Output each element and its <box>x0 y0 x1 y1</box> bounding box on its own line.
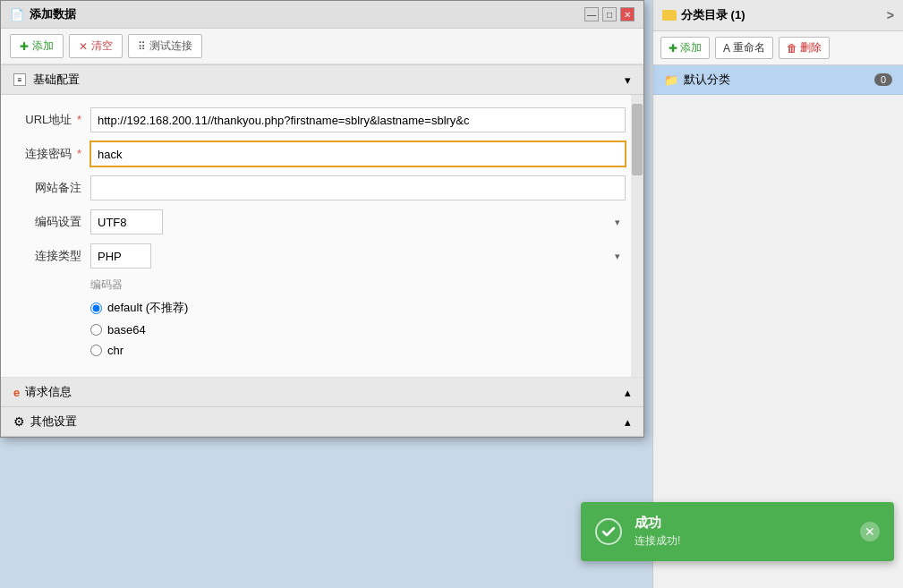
test-icon: ⠿ <box>138 40 146 53</box>
rp-rename-button[interactable]: A 重命名 <box>715 37 773 59</box>
folder-icon <box>662 10 677 21</box>
encoder-base64-row: base64 <box>19 323 626 337</box>
encoder-section-label: 编码器 <box>19 277 626 293</box>
basic-config-title: 基础配置 <box>33 72 80 88</box>
category-item-default[interactable]: 📁 默认分类 0 <box>653 65 903 95</box>
dialog-title-text: 添加数据 <box>30 6 76 22</box>
encoder-default-row: default (不推荐) <box>19 300 626 316</box>
encoder-default-label: default (不推荐) <box>107 300 188 316</box>
category-folder-icon: 📁 <box>664 73 678 87</box>
other-section-chevron-icon <box>625 415 631 429</box>
request-e-icon: e <box>13 386 20 399</box>
section-header-left: ≡ 基础配置 <box>13 72 80 88</box>
note-row: 网站备注 <box>19 175 626 200</box>
connection-type-label: 连接类型 <box>19 248 90 264</box>
encoder-chr-row: chr <box>19 344 626 357</box>
scrollbar-track[interactable] <box>631 95 643 377</box>
rp-delete-label: 删除 <box>800 40 822 55</box>
encoding-select-wrapper: UTF8 GBK GB2312 BIG5 ▾ <box>90 209 626 234</box>
clear-label: 清空 <box>91 38 113 54</box>
category-name: 默认分类 <box>684 72 730 88</box>
right-panel-header-left: 分类目录 (1) <box>662 7 745 23</box>
encoder-section: 编码器 default (不推荐) base64 chr <box>19 277 626 357</box>
basic-config-body: URL地址 * 连接密码 * 网站备注 编码设置 <box>1 95 643 378</box>
toast-check-icon <box>595 518 622 545</box>
toast-subtitle: 连接成功! <box>635 533 851 549</box>
test-connection-button[interactable]: ⠿ 测试连接 <box>128 34 202 58</box>
encoding-select[interactable]: UTF8 GBK GB2312 BIG5 <box>90 209 163 234</box>
dialog-toolbar: ✚ 添加 ✕ 清空 ⠿ 测试连接 <box>1 29 643 64</box>
dialog-title-icon: 📄 <box>10 8 24 21</box>
clear-toolbar-button[interactable]: ✕ 清空 <box>69 34 123 58</box>
rp-add-label: 添加 <box>680 40 702 55</box>
request-info-section-header[interactable]: e 请求信息 <box>1 378 643 407</box>
basic-config-chevron-icon <box>625 73 631 87</box>
clear-x-icon: ✕ <box>79 40 88 53</box>
rp-delete-icon: 🗑 <box>787 42 797 55</box>
add-toolbar-button[interactable]: ✚ 添加 <box>10 34 64 58</box>
encoder-base64-radio[interactable] <box>90 324 102 336</box>
password-input[interactable] <box>90 141 626 166</box>
password-required-star: * <box>77 147 81 160</box>
type-select-arrow-icon: ▾ <box>615 251 620 262</box>
add-plus-icon: ✚ <box>20 40 29 53</box>
encoding-row: 编码设置 UTF8 GBK GB2312 BIG5 ▾ <box>19 209 626 234</box>
right-panel-header: 分类目录 (1) > <box>653 0 903 31</box>
request-section-chevron-icon <box>625 386 631 399</box>
rp-add-button[interactable]: ✚ 添加 <box>660 37 710 59</box>
dialog-controls: — □ ✕ <box>584 7 635 21</box>
right-panel-title: 分类目录 (1) <box>681 7 745 23</box>
other-section-header-left: ⚙ 其他设置 <box>13 413 77 430</box>
scrollbar-thumb[interactable] <box>632 104 643 175</box>
right-panel-arrow-icon[interactable]: > <box>887 8 894 22</box>
url-label: URL地址 * <box>19 112 90 128</box>
other-settings-section-header[interactable]: ⚙ 其他设置 <box>1 407 643 437</box>
type-select-wrapper: PHP ASP JSP ASPX ▾ <box>90 243 626 268</box>
type-select[interactable]: PHP ASP JSP ASPX <box>90 243 151 268</box>
minimize-button[interactable]: — <box>584 7 599 21</box>
note-input[interactable] <box>90 175 626 200</box>
toast-title: 成功 <box>635 515 851 532</box>
category-badge: 0 <box>874 73 892 86</box>
encoding-label: 编码设置 <box>19 214 90 230</box>
dialog-title-left: 📄 添加数据 <box>10 6 76 22</box>
encoder-chr-label: chr <box>107 344 124 357</box>
close-button[interactable]: ✕ <box>620 7 635 21</box>
connection-type-row: 连接类型 PHP ASP JSP ASPX ▾ <box>19 243 626 268</box>
dialog-titlebar[interactable]: 📄 添加数据 — □ ✕ <box>1 1 643 29</box>
other-section-title: 其他设置 <box>30 413 77 430</box>
right-panel: 分类目录 (1) > ✚ 添加 A 重命名 🗑 删除 📁 默认分类 0 <box>652 0 903 588</box>
add-label: 添加 <box>32 38 54 54</box>
url-row: URL地址 * <box>19 107 626 132</box>
note-label: 网站备注 <box>19 180 90 196</box>
rp-add-plus-icon: ✚ <box>669 42 677 55</box>
basic-config-icon: ≡ <box>13 73 26 86</box>
encoder-base64-label: base64 <box>107 323 146 337</box>
right-panel-toolbar: ✚ 添加 A 重命名 🗑 删除 <box>653 31 903 65</box>
add-data-dialog: 📄 添加数据 — □ ✕ ✚ 添加 ✕ 清空 ⠿ 测试连接 <box>0 0 644 438</box>
url-input[interactable] <box>90 107 626 132</box>
request-section-title: 请求信息 <box>25 384 72 400</box>
encoder-chr-radio[interactable] <box>90 345 102 356</box>
test-label: 测试连接 <box>149 38 192 54</box>
basic-config-section-header[interactable]: ≡ 基础配置 <box>1 64 643 95</box>
url-required-star: * <box>77 113 81 126</box>
toast-close-button[interactable]: ✕ <box>860 522 880 541</box>
rp-delete-button[interactable]: 🗑 删除 <box>779 37 830 59</box>
rp-rename-label: 重命名 <box>733 40 765 55</box>
category-item-left: 📁 默认分类 <box>664 72 730 88</box>
toast-content: 成功 连接成功! <box>635 515 851 549</box>
password-label: 连接密码 * <box>19 146 90 162</box>
success-toast: 成功 连接成功! ✕ <box>581 502 894 561</box>
gear-icon: ⚙ <box>13 414 25 429</box>
password-row: 连接密码 * <box>19 141 626 166</box>
encoder-default-radio[interactable] <box>90 303 102 314</box>
encoding-select-arrow-icon: ▾ <box>615 217 620 228</box>
maximize-button[interactable]: □ <box>602 7 617 21</box>
rp-rename-icon: A <box>723 42 730 55</box>
request-section-header-left: e 请求信息 <box>13 384 72 400</box>
